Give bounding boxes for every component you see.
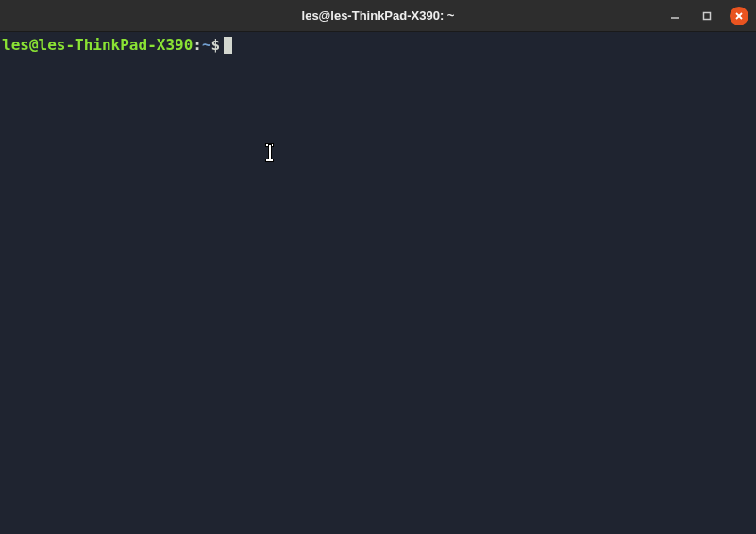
prompt-user-host: les@les-ThinkPad-X390 [2,36,193,55]
text-cursor-ibeam [266,145,273,160]
svg-rect-1 [704,12,711,19]
window-title: les@les-ThinkPad-X390: ~ [302,8,455,23]
maximize-button[interactable] [697,7,716,25]
terminal-cursor [224,37,232,54]
window-controls [665,0,748,31]
prompt-dollar: $ [211,36,221,55]
terminal-body[interactable]: les@les-ThinkPad-X390:~$ [0,32,756,534]
minimize-button[interactable] [665,7,684,25]
minimize-icon [670,11,680,21]
prompt-colon: : [193,36,202,55]
prompt-line: les@les-ThinkPad-X390:~$ [2,36,754,55]
titlebar[interactable]: les@les-ThinkPad-X390: ~ [0,0,756,32]
close-button[interactable] [730,7,748,25]
terminal-window: les@les-ThinkPad-X390: ~ les@les [0,0,756,534]
prompt-path: ~ [202,36,211,55]
maximize-icon [702,11,712,21]
close-icon [734,11,744,21]
